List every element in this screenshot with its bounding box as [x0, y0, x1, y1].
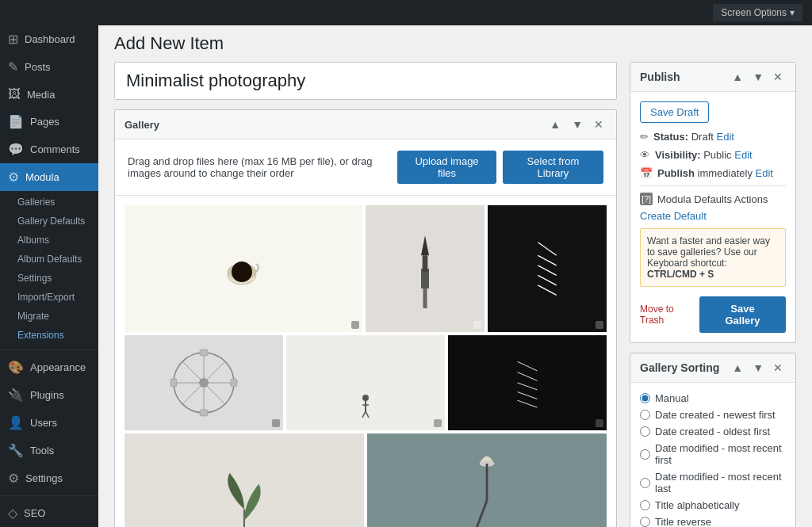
- comments-icon: 💬: [8, 142, 24, 157]
- gallery-panel-title: Gallery: [124, 119, 159, 131]
- editor-area: Gallery ▲ ▼ ✕ Drag and drop files here (…: [98, 62, 812, 527]
- sorting-panel-close-button[interactable]: ✕: [770, 360, 786, 376]
- sidebar-label-pages: Pages: [30, 116, 59, 128]
- sidebar-sub-import-export[interactable]: Import/Export: [0, 288, 98, 307]
- plant-icon: [213, 451, 276, 527]
- panel-close-button[interactable]: ✕: [591, 116, 607, 132]
- select-from-library-button[interactable]: Select from Library: [503, 151, 603, 184]
- sidebar-item-seo[interactable]: ◇ SEO: [0, 499, 98, 527]
- panel-up-button[interactable]: ▲: [546, 116, 564, 132]
- sorting-option-6[interactable]: Title reverse: [640, 516, 786, 527]
- svg-line-36: [476, 501, 487, 527]
- sidebar-label-posts: Posts: [25, 61, 51, 73]
- sidebar-item-plugins[interactable]: 🔌 Plugins: [0, 381, 98, 409]
- upload-buttons: Upload image files Select from Library: [397, 151, 603, 184]
- sorting-panel-down-button[interactable]: ▼: [749, 360, 767, 376]
- svg-rect-18: [200, 349, 208, 356]
- publish-time-row: 📅 Publish immediately Edit: [640, 167, 786, 179]
- sorting-radio-3[interactable]: [640, 449, 650, 460]
- sorting-radio-2[interactable]: [640, 426, 650, 437]
- save-draft-button[interactable]: Save Draft: [640, 101, 709, 123]
- sorting-radio-5[interactable]: [640, 500, 650, 510]
- publish-panel-header: Publish ▲ ▼ ✕: [630, 63, 795, 92]
- resize-handle: [434, 419, 442, 427]
- sorting-radio-0[interactable]: [640, 393, 650, 403]
- gallery-image-dark-lines[interactable]: [488, 205, 607, 332]
- sidebar-item-posts[interactable]: ✎ Posts: [0, 53, 98, 81]
- gallery-image-dark-2[interactable]: [448, 335, 607, 430]
- gallery-panel-header: Gallery ▲ ▼ ✕: [115, 110, 616, 139]
- sidebar-sub-gallery-defaults[interactable]: Gallery Defaults: [0, 212, 98, 231]
- sidebar-item-dashboard[interactable]: ⊞ Dashboard: [0, 25, 98, 53]
- editor-main: Gallery ▲ ▼ ✕ Drag and drop files here (…: [114, 62, 617, 527]
- sorting-option-4[interactable]: Date modified - most recent last: [640, 471, 786, 495]
- gallery-panel: Gallery ▲ ▼ ✕ Drag and drop files here (…: [114, 109, 617, 527]
- sidebar-label-plugins: Plugins: [30, 389, 64, 401]
- gallery-image-building[interactable]: [366, 205, 485, 332]
- gallery-image-lamp[interactable]: [367, 433, 607, 527]
- sidebar-submenu-modula: Galleries Gallery Defaults Albums Album …: [0, 191, 98, 346]
- sidebar-label-media: Media: [27, 89, 55, 101]
- sidebar-item-media[interactable]: 🖼 Media: [0, 81, 98, 108]
- gallery-image-coffee[interactable]: [124, 205, 362, 332]
- sidebar-item-appearance[interactable]: 🎨 Appearance: [0, 353, 98, 381]
- sidebar-label-settings: Settings: [25, 472, 63, 484]
- resize-handle: [596, 419, 603, 427]
- svg-line-7: [538, 242, 556, 256]
- sidebar-item-modula[interactable]: ⚙ Modula: [0, 163, 98, 191]
- sidebar-label-dashboard: Dashboard: [25, 33, 75, 45]
- status-label: Status: Draft Edit: [653, 131, 734, 143]
- sorting-option-2[interactable]: Date created - oldest first: [640, 426, 786, 437]
- sorting-option-3[interactable]: Date modified - most recent first: [640, 442, 786, 466]
- sidebar-item-tools[interactable]: 🔧 Tools: [0, 437, 98, 464]
- screen-options-button[interactable]: Screen Options ▾: [713, 4, 802, 21]
- sidebar-sub-extensions[interactable]: Extensions: [0, 326, 98, 345]
- gallery-image-person[interactable]: [286, 335, 445, 430]
- pencil-icon: ✏: [640, 131, 649, 143]
- gallery-image-ferris-wheel[interactable]: [124, 335, 283, 430]
- sidebar-sub-album-defaults[interactable]: Album Defaults: [0, 250, 98, 269]
- sidebar-item-users[interactable]: 👤 Users: [0, 409, 98, 437]
- sidebar-sub-galleries[interactable]: Galleries: [0, 193, 98, 212]
- sorting-panel-up-button[interactable]: ▲: [729, 360, 746, 376]
- sidebar-item-pages[interactable]: 📄 Pages: [0, 108, 98, 136]
- svg-line-29: [518, 383, 538, 390]
- settings-icon: ⚙: [8, 471, 19, 486]
- status-edit-link[interactable]: Edit: [716, 131, 733, 143]
- save-gallery-button[interactable]: Save Gallery: [699, 296, 786, 333]
- title-input[interactable]: [114, 62, 617, 100]
- gallery-image-plant[interactable]: [124, 433, 364, 527]
- sidebar-sub-albums[interactable]: Albums: [0, 231, 98, 250]
- sorting-option-1[interactable]: Date created - newest first: [640, 409, 786, 421]
- svg-line-11: [538, 285, 556, 296]
- upload-image-files-button[interactable]: Upload image files: [397, 151, 496, 184]
- visibility-edit-link[interactable]: Edit: [734, 149, 752, 161]
- appearance-icon: 🎨: [8, 360, 24, 375]
- sorting-radio-1[interactable]: [640, 410, 650, 420]
- move-to-trash-link[interactable]: Move to Trash: [640, 304, 699, 326]
- svg-point-2: [232, 262, 252, 282]
- sorting-option-5[interactable]: Title alphabetically: [640, 499, 786, 511]
- svg-rect-19: [200, 410, 208, 416]
- sorting-option-0[interactable]: Manual: [640, 392, 786, 404]
- sidebar-sub-migrate[interactable]: Migrate: [0, 307, 98, 326]
- upload-text-content: Drag and drop files here (max 16 MB per …: [128, 155, 373, 179]
- visibility-row: 👁 Visibility: Public Edit: [640, 149, 786, 161]
- publish-panel-down-button[interactable]: ▼: [749, 69, 767, 85]
- sidebar-item-settings[interactable]: ⚙ Settings: [0, 464, 98, 492]
- publish-edit-link[interactable]: Edit: [756, 167, 773, 179]
- sorting-panel-body: Manual Date created - newest first Date …: [630, 383, 795, 527]
- resize-handle: [351, 321, 359, 329]
- dark-abstract-icon: [513, 351, 542, 414]
- sidebar-divider-1: [0, 349, 98, 350]
- sorting-radio-6[interactable]: [640, 517, 650, 527]
- svg-rect-21: [231, 379, 237, 387]
- sorting-radio-4[interactable]: [640, 478, 650, 488]
- publish-panel: Publish ▲ ▼ ✕ Save Draft ✏ Status: Draft…: [630, 62, 796, 343]
- sidebar-sub-settings[interactable]: Settings: [0, 269, 98, 288]
- sidebar-item-comments[interactable]: 💬 Comments: [0, 136, 98, 163]
- publish-panel-close-button[interactable]: ✕: [770, 69, 786, 85]
- panel-down-button[interactable]: ▼: [569, 116, 586, 132]
- create-default-link[interactable]: Create Default: [640, 210, 707, 222]
- publish-panel-up-button[interactable]: ▲: [729, 69, 746, 85]
